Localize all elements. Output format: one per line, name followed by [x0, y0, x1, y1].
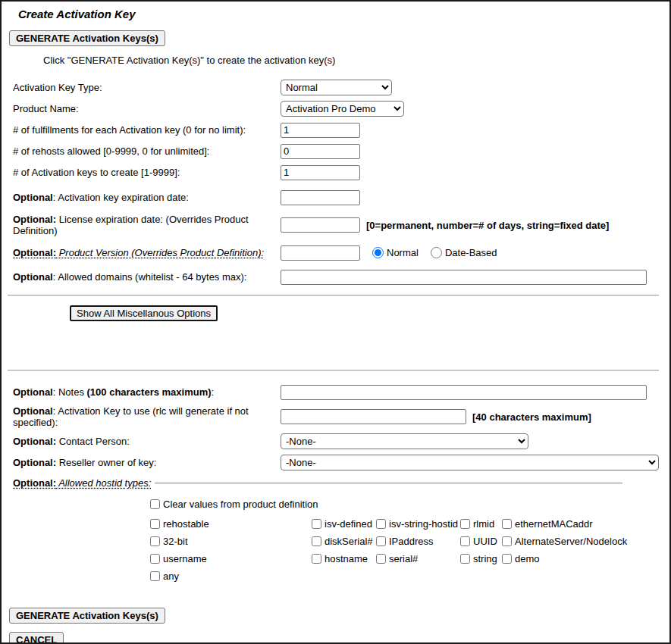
activation-key-type-select[interactable]: Normal [281, 80, 392, 95]
hostid-rlmid-checkbox[interactable] [460, 519, 470, 529]
notes-row: Optional: Notes (100 characters maximum)… [2, 384, 669, 400]
hostid-username-option: username [150, 550, 312, 567]
hostid-checkbox-area: Clear values from product definition reh… [150, 496, 669, 585]
activation-key-note: [40 characters maximum] [472, 411, 591, 423]
contact-person-select[interactable]: -None- [281, 433, 528, 449]
hostid-ipaddress-checkbox[interactable] [376, 536, 386, 546]
num-keys-input[interactable] [281, 165, 360, 180]
activation-key-type-row: Activation Key Type: Normal [2, 80, 669, 95]
generate-hint-text: Click "GENERATE Activation Key(s)" to cr… [43, 55, 669, 66]
fulfillments-label: # of fulfillments for each Activation ke… [13, 124, 281, 136]
activation-key-type-label: Activation Key Type: [13, 82, 281, 93]
hostid-rehostable-checkbox[interactable] [150, 519, 160, 529]
num-keys-row: # of Activation keys to create [1-9999]: [2, 164, 669, 180]
product-version-input[interactable] [281, 245, 360, 261]
hostid-string-checkbox[interactable] [460, 554, 470, 564]
optional-options-section: Optional: Notes (100 characters maximum)… [2, 384, 669, 585]
reseller-label: Optional: Reseller owner of key: [13, 457, 281, 468]
fulfillments-input[interactable] [281, 123, 360, 138]
hostid-any-option: any [150, 567, 669, 585]
activation-key-to-use-label: Optional: Activation Key to use (rlc wil… [13, 405, 281, 428]
hostid-ethernetmacaddr-checkbox[interactable] [502, 519, 512, 529]
license-expiration-input[interactable] [281, 217, 360, 233]
main-options-section: Activation Key Type: Normal Product Name… [2, 80, 669, 285]
hostid-diskserial-option: diskSerial# [312, 533, 376, 550]
separator-top [8, 295, 659, 296]
show-misc-options-button[interactable]: Show All Miscellanous Options [70, 305, 218, 321]
hostid-hostname-option: hostname [312, 550, 376, 567]
hostid-serial-option: serial# [376, 550, 460, 567]
hostid-any-checkbox[interactable] [150, 571, 160, 581]
allowed-domains-row: Optional: Allowed domains (whitelist - 6… [2, 269, 669, 285]
hostid-ethernetmacaddr-option: ethernetMACaddr [502, 515, 669, 533]
version-type-radio-group: Normal Date-Based [372, 247, 510, 258]
hostid-string-option: string [460, 550, 502, 567]
hostid-alternateserver-nodelock-checkbox[interactable] [502, 536, 512, 546]
contact-person-row: Optional: Contact Person: -None- [2, 433, 669, 449]
hostid-clear-values-label: Clear values from product definition [163, 499, 318, 510]
hostid-32bit-option: 32-bit [150, 533, 312, 550]
hostid-types-label: Optional: Allowed hostid types: [13, 477, 151, 489]
cancel-button[interactable]: CANCEL [9, 632, 64, 644]
hostid-demo-checkbox[interactable] [502, 554, 512, 564]
license-expiration-note: [0=permanent, number=# of days, string=f… [366, 220, 609, 231]
product-name-row: Product Name: Activation Pro Demo [2, 101, 669, 117]
hostid-types-row: Optional: Allowed hostid types: [2, 476, 669, 489]
hostid-alternateserver-nodelock-option: AlternateServer/Nodelock [502, 533, 669, 550]
hostid-clear-values-checkbox[interactable] [150, 499, 160, 509]
allowed-domains-input[interactable] [281, 270, 647, 285]
product-version-row: Optional: Product Version (Overrides Pro… [2, 245, 669, 261]
key-expiration-row: Optional: Activation key expiration date… [2, 189, 669, 205]
hostid-ipaddress-option: IPaddress [376, 533, 460, 550]
generate-keys-button-bottom[interactable]: GENERATE Activation Keys(s) [9, 608, 165, 624]
hostid-demo-option: demo [502, 550, 669, 567]
notes-label: Optional: Notes (100 characters maximum)… [13, 386, 281, 398]
hostid-rehostable-option: rehostable [150, 515, 312, 533]
hostid-isv-defined-checkbox[interactable] [312, 519, 321, 529]
notes-input[interactable] [281, 385, 647, 400]
create-activation-key-page: Create Activation Key GENERATE Activatio… [0, 0, 671, 644]
hostid-any-label: any [163, 571, 179, 582]
hostid-divider-line [155, 483, 622, 484]
num-keys-label: # of Activation keys to create [1-9999]: [13, 167, 281, 178]
hostid-username-checkbox[interactable] [150, 554, 160, 564]
version-normal-radio[interactable] [372, 247, 384, 258]
hostid-rlmid-option: rlmid [460, 515, 502, 533]
hostid-hostname-checkbox[interactable] [312, 554, 321, 564]
product-name-select[interactable]: Activation Pro Demo [281, 101, 404, 117]
hostid-clear-values-option: Clear values from product definition [150, 496, 669, 513]
rehosts-label: # of rehosts allowed [0-9999, 0 for unli… [13, 145, 281, 157]
reseller-select[interactable]: -None- [281, 455, 659, 470]
contact-person-label: Optional: Contact Person: [13, 436, 281, 447]
rehosts-row: # of rehosts allowed [0-9999, 0 for unli… [2, 143, 669, 159]
license-expiration-row: Optional: License expiration date: (Over… [2, 214, 669, 236]
reseller-row: Optional: Reseller owner of key: -None- [2, 455, 669, 470]
license-expiration-label: Optional: License expiration date: (Over… [13, 214, 281, 236]
allowed-domains-label: Optional: Allowed domains (whitelist - 6… [13, 271, 281, 283]
product-name-label: Product Name: [13, 103, 281, 114]
separator-bottom [8, 370, 659, 371]
key-expiration-label: Optional: Activation key expiration date… [13, 192, 281, 203]
hostid-serial-checkbox[interactable] [376, 554, 386, 564]
hostid-uuid-option: UUID [460, 533, 502, 550]
hostid-diskserial-checkbox[interactable] [312, 536, 321, 546]
hostid-32bit-checkbox[interactable] [150, 536, 160, 546]
generate-keys-button-top[interactable]: GENERATE Activation Keys(s) [9, 30, 165, 46]
hostid-isv-string-hostid-checkbox[interactable] [376, 519, 386, 529]
page-title: Create Activation Key [18, 8, 669, 20]
product-version-label: Optional: Product Version (Overrides Pro… [13, 247, 281, 258]
fulfillments-row: # of fulfillments for each Activation ke… [2, 122, 669, 138]
version-datebased-radio[interactable] [431, 247, 442, 258]
activation-key-to-use-input[interactable] [281, 409, 466, 424]
hostid-isv-string-hostid-option: isv-string-hostid [376, 515, 460, 533]
hostid-uuid-checkbox[interactable] [460, 536, 470, 546]
activation-key-to-use-row: Optional: Activation Key to use (rlc wil… [2, 405, 669, 428]
version-datebased-label: Date-Based [445, 247, 497, 258]
hostid-isv-defined-option: isv-defined [312, 515, 376, 533]
key-expiration-input[interactable] [281, 190, 360, 205]
rehosts-input[interactable] [281, 144, 360, 159]
hostid-checkbox-grid: rehostable isv-defined isv-string-hostid… [150, 515, 669, 567]
version-normal-label: Normal [387, 247, 419, 258]
